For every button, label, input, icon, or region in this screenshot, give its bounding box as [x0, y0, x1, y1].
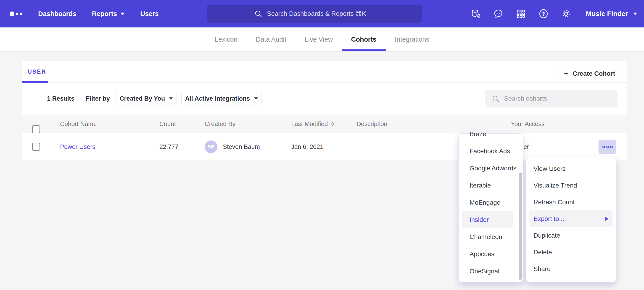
top-nav: Dashboards Reports Users [0, 0, 644, 28]
divider [79, 94, 79, 104]
nav-reports-label: Reports [92, 10, 117, 18]
menu-item-view-users[interactable]: View Users [526, 160, 616, 177]
ellipsis-icon [606, 146, 609, 148]
cohorts-panel: USER Create Cohort 1 Results Filter by C… [22, 61, 627, 160]
created-by-name: Steven Baum [223, 143, 260, 151]
results-count: 1 Results [47, 83, 74, 115]
nav-right: ? Music Finder [470, 0, 637, 28]
chevron-down-icon [254, 97, 258, 100]
tab-live-view[interactable]: Live View [296, 28, 342, 51]
menu-item-duplicate[interactable]: Duplicate [526, 227, 616, 244]
col-last-modified[interactable]: Last Modified [291, 115, 334, 133]
create-cohort-label: Create Cohort [572, 70, 615, 77]
data-management-icon[interactable] [470, 9, 481, 19]
created-by-filter-value: Created By You [120, 95, 165, 102]
menu-item-google-adwords[interactable]: Google Adwords [458, 160, 523, 177]
chevron-down-icon [633, 13, 637, 15]
menu-scrollbar[interactable] [519, 173, 522, 280]
table-header: Cohort Name Count Created By Last Modifi… [22, 115, 627, 133]
tab-data-audit[interactable]: Data Audit [247, 28, 296, 51]
export-submenu: Braze Facebook Ads Google Adwords Iterab… [458, 133, 523, 282]
cohort-count: 22,777 [160, 133, 178, 161]
logo-dot-icon [10, 12, 14, 16]
account-label: Music Finder [586, 10, 628, 18]
menu-item-delete[interactable]: Delete [526, 244, 616, 260]
nav-dashboards[interactable]: Dashboards [38, 10, 76, 18]
ellipsis-icon [610, 146, 613, 148]
global-search[interactable] [207, 5, 422, 23]
account-menu[interactable]: Music Finder [586, 10, 637, 18]
logo[interactable] [10, 12, 22, 16]
tab-user-label: USER [28, 68, 46, 75]
section-tabs: Lexicon Data Audit Live View Cohorts Int… [0, 28, 644, 52]
chevron-down-icon [120, 13, 125, 15]
nav-reports[interactable]: Reports [92, 10, 125, 18]
search-icon [492, 95, 500, 102]
cohort-actions-menu: View Users Visualize Trend Refresh Count… [526, 157, 616, 282]
created-by-cell: SB Steven Baum [204, 133, 260, 161]
apps-grid-icon[interactable] [516, 9, 526, 19]
col-count: Count [160, 115, 176, 133]
menu-item-refresh-count[interactable]: Refresh Count [526, 194, 616, 210]
menu-item-share[interactable]: Share [526, 260, 616, 277]
nav-users[interactable]: Users [140, 10, 159, 18]
row-checkbox[interactable] [32, 133, 40, 161]
menu-item-onesignal[interactable]: OneSignal [458, 262, 523, 280]
checkbox-icon [32, 143, 40, 151]
tab-cohorts-label: Cohorts [351, 36, 376, 43]
menu-item-export-to-label: Export to... [534, 215, 564, 223]
tab-cohorts[interactable]: Cohorts [342, 28, 386, 51]
menu-item-export-to[interactable]: Export to... [529, 210, 612, 227]
col-description: Description [356, 115, 387, 133]
primary-nav: Dashboards Reports Users [38, 10, 159, 18]
help-icon[interactable]: ? [538, 9, 549, 19]
filter-by-label: Filter by [86, 83, 110, 115]
submenu-arrow-icon [606, 217, 608, 221]
col-last-modified-label: Last Modified [291, 120, 328, 128]
last-modified-cell: Jan 6, 2021 [291, 133, 323, 161]
cohort-actions-items: View Users Visualize Trend Refresh Count… [526, 157, 616, 282]
avatar: SB [204, 140, 218, 153]
active-tab-underline [342, 49, 386, 51]
menu-item-moengage[interactable]: MoEngage [458, 194, 523, 211]
integrations-filter[interactable]: All Active Integrations [181, 92, 262, 105]
menu-item-visualize-trend[interactable]: Visualize Trend [526, 177, 616, 194]
more-actions-button[interactable] [598, 140, 616, 154]
tab-user[interactable]: USER [28, 61, 46, 83]
integrations-filter-value: All Active Integrations [185, 95, 250, 102]
table-row: Power Users 22,777 SB Steven Baum Jan 6,… [22, 133, 627, 160]
created-by-filter[interactable]: Created By You [116, 92, 177, 105]
cohort-search-input[interactable] [504, 95, 618, 102]
cohort-search[interactable] [485, 90, 618, 107]
page: Dashboards Reports Users [0, 0, 644, 290]
panel-header: USER Create Cohort [22, 61, 627, 83]
export-submenu-items: Braze Facebook Ads Google Adwords Iterab… [458, 125, 523, 283]
feedback-icon[interactable] [493, 9, 504, 19]
filter-bar: 1 Results Filter by Created By You All A… [22, 83, 627, 115]
tab-lexicon[interactable]: Lexicon [206, 28, 247, 51]
col-created-by: Created By [204, 115, 236, 133]
menu-item-insider[interactable]: Insider [462, 211, 513, 228]
settings-gear-icon[interactable] [561, 9, 572, 19]
chevron-down-icon [169, 97, 173, 100]
cohort-name-link[interactable]: Power Users [60, 133, 96, 161]
checkbox-icon [32, 125, 40, 133]
menu-item-iterable[interactable]: Iterable [458, 177, 523, 194]
menu-item-facebook-ads[interactable]: Facebook Ads [458, 142, 523, 160]
menu-item-chameleon[interactable]: Chameleon [458, 228, 523, 245]
tab-integrations[interactable]: Integrations [386, 28, 439, 51]
ellipsis-icon [602, 146, 605, 148]
logo-dot-icon [20, 13, 22, 15]
create-cohort-button[interactable]: Create Cohort [558, 67, 621, 80]
plus-icon [564, 70, 568, 78]
search-icon [254, 10, 262, 18]
svg-text:?: ? [542, 11, 545, 17]
menu-item-appcues[interactable]: Appcues [458, 245, 523, 262]
logo-dot-icon [16, 13, 18, 15]
col-cohort-name: Cohort Name [60, 115, 97, 133]
menu-item-braze[interactable]: Braze [458, 125, 523, 142]
global-search-input[interactable] [267, 10, 374, 17]
sort-icon [331, 122, 334, 125]
